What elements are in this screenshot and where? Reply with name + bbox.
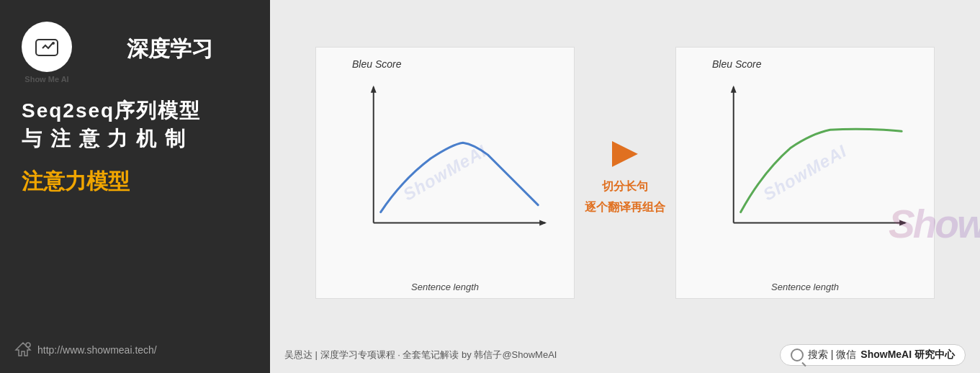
chart1: Bleu Score ShowMeAI Sentence length [315,47,575,299]
svg-point-1 [52,42,55,45]
title-sub: Seq2seq序列模型 与 注 意 力 机 制 [22,96,248,153]
arrow-text1: 切分长句 [602,179,648,194]
svg-marker-8 [731,86,737,93]
big-arrow: ► [603,130,646,174]
search-box[interactable]: 搜索 | 微信 ShowMeAI 研究中心 [780,344,966,366]
logo-text: Show Me AI [24,75,68,84]
chart2-xlabel: Sentence length [771,282,839,292]
chart2: Bleu Score ShowMeAI Sentence length [675,47,935,299]
bottom-credit: 吴恩达 | 深度学习专项课程 · 全套笔记解读 by 韩信子@ShowMeAI [284,349,557,361]
chart1-title: Bleu Score [352,58,401,70]
left-panel: Show Me AI 深度学习 Seq2seq序列模型 与 注 意 力 机 制 … [0,0,270,373]
bottom-bar: 吴恩达 | 深度学习专项课程 · 全套笔记解读 by 韩信子@ShowMeAI … [270,338,980,373]
search-icon [791,349,804,361]
chart2-svg [705,62,920,269]
charts-area: Bleu Score ShowMeAI Sentence length ► 切分… [270,0,980,338]
chart1-xlabel: Sentence length [411,282,479,292]
chart2-title: Bleu Score [712,58,761,70]
title-main: 深度学习 [127,35,213,63]
right-panel: ShowMeAI Bleu Score ShowMeAI Sentence le… [270,0,980,373]
logo-circle [22,22,72,72]
svg-marker-6 [539,220,547,225]
chart1-svg [345,62,559,269]
logo-icon [32,32,61,61]
website-link[interactable]: http://www.showmeai.tech/ [37,344,157,356]
arrow-container: ► 切分长句 逐个翻译再组合 [575,130,675,215]
nav-icon [14,341,32,359]
highlight-text: 注意力模型 [22,167,248,197]
website-row: http://www.showmeai.tech/ [14,341,157,359]
svg-marker-10 [899,220,907,225]
search-brand: ShowMeAI 研究中心 [860,349,955,361]
svg-marker-4 [371,86,377,93]
arrow-text2: 逐个翻译再组合 [585,200,665,215]
logo-area: Show Me AI [22,22,72,84]
search-label: 搜索 | 微信 [808,349,856,361]
svg-point-2 [26,343,30,347]
